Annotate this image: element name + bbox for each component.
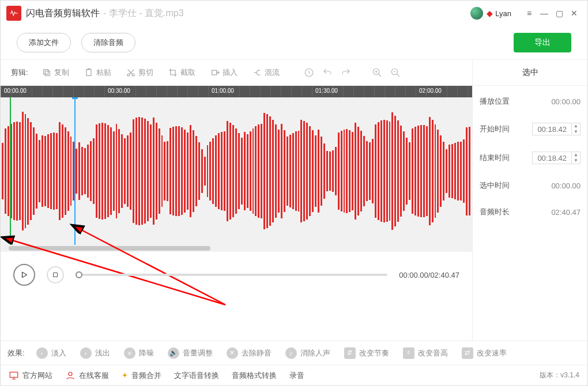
paste-button[interactable]: 粘贴	[80, 65, 116, 80]
pitch-icon: ♯	[403, 347, 414, 359]
version-label: 版本：v3.1.4	[540, 370, 579, 380]
fade-out-icon: ›	[80, 347, 92, 359]
selection-start-marker[interactable]	[10, 97, 11, 245]
export-button[interactable]: 导出	[514, 33, 571, 52]
ruler-tick: 01:00.00	[212, 88, 234, 94]
footer: 官方网站 在线客服 ✦ 音频合并 文字语音转换 音频格式转换 录音 版本：v3.…	[1, 365, 587, 385]
insert-icon	[210, 68, 220, 77]
title-bar: 闪电音频剪辑软件 - 李学仕 - 直觉.mp3 ◆ Lyan ≡ — ▢ ✕	[1, 1, 587, 26]
add-file-button[interactable]: 添加文件	[17, 33, 71, 52]
zoom-out-button[interactable]	[389, 66, 402, 79]
support-link[interactable]: 在线客服	[65, 370, 109, 381]
time-ruler[interactable]: 00:00.00 00:30.00 01:00.00 01:30.00 02:0…	[1, 86, 472, 97]
svg-rect-2	[86, 70, 91, 76]
file-name: - 李学仕 - 直觉.mp3	[103, 7, 184, 20]
waveform[interactable]	[1, 97, 472, 245]
crop-button[interactable]: 截取	[164, 65, 200, 80]
spin-down-icon[interactable]: ▼	[572, 158, 580, 164]
effects-label: 效果:	[7, 348, 25, 358]
total-dur-label: 音频时长	[480, 207, 510, 217]
seek-slider[interactable]	[76, 274, 387, 276]
speed-icon: ⇄	[462, 347, 473, 359]
record-link[interactable]: 录音	[289, 370, 304, 381]
svg-rect-12	[10, 372, 18, 377]
svg-rect-1	[43, 70, 48, 74]
user-name[interactable]: Lyan	[495, 9, 511, 18]
support-icon	[65, 370, 76, 381]
sel-dur-label: 选中时间	[480, 180, 510, 191]
right-header: 选中	[473, 60, 587, 85]
pitch-button[interactable]: ♯改变音高	[398, 345, 453, 361]
waveform-scrollbar[interactable]	[1, 245, 472, 252]
ruler-tick: 00:00.00	[4, 88, 27, 94]
svg-rect-5	[212, 70, 216, 75]
clear-audio-button[interactable]: 清除音频	[81, 33, 135, 52]
svg-rect-0	[45, 71, 50, 75]
avatar[interactable]	[470, 7, 483, 20]
copy-button[interactable]: 复制	[37, 65, 74, 80]
mix-icon	[252, 68, 262, 77]
svg-rect-11	[54, 273, 58, 277]
stop-button[interactable]	[47, 266, 64, 283]
gem-icon: ◆	[487, 9, 493, 18]
spin-down-icon[interactable]: ▼	[572, 129, 580, 135]
maximize-button[interactable]: ▢	[552, 6, 567, 21]
time-display: 00:00.00/02:40.47	[399, 271, 459, 279]
sel-dur-value: 00:00.00	[551, 181, 581, 190]
app-window: 闪电音频剪辑软件 - 李学仕 - 直觉.mp3 ◆ Lyan ≡ — ▢ ✕ 添…	[0, 0, 588, 386]
history-button[interactable]	[303, 66, 315, 79]
undo-button[interactable]	[321, 66, 334, 79]
start-time-label: 开始时间	[480, 124, 510, 134]
ruler-tick: 02:00.00	[419, 88, 442, 94]
cut-button[interactable]: 剪切	[122, 65, 158, 80]
app-title: 闪电音频剪辑软件	[26, 7, 100, 20]
play-pos-label: 播放位置	[480, 96, 510, 107]
zoom-in-button[interactable]	[371, 66, 383, 79]
volume-button[interactable]: 🔊音量调整	[163, 345, 217, 361]
scissors-icon	[126, 68, 135, 77]
merge-link[interactable]: ✦ 音频合并	[122, 370, 161, 381]
toolbar-label: 剪辑:	[11, 67, 28, 78]
official-site-link[interactable]: 官方网站	[9, 370, 52, 381]
start-time-spinner[interactable]: 00:18.42 ▲▼	[532, 123, 581, 135]
end-time-spinner[interactable]: 00:18.42 ▲▼	[532, 152, 581, 164]
total-dur-value: 02:40.47	[551, 208, 581, 217]
tempo-icon: ⇵	[344, 347, 356, 359]
minimize-button[interactable]: —	[537, 6, 552, 21]
info-panel: 播放位置 00:00.00 开始时间 00:18.42 ▲▼ 结束时间 00:1…	[472, 86, 587, 340]
spin-up-icon[interactable]: ▲	[572, 123, 580, 129]
remove-vocal-button[interactable]: ♪消除人声	[281, 345, 335, 361]
effects-bar: 效果: ‹淡入 ›浅出 ≡降噪 🔊音量调整 ✕去除静音 ♪消除人声 ⇵改变节奏 …	[1, 340, 587, 365]
svg-point-13	[69, 372, 72, 376]
ruler-tick: 01:30.00	[315, 88, 338, 94]
mix-button[interactable]: 混流	[248, 65, 284, 80]
fade-in-icon: ‹	[36, 347, 48, 359]
vocal-icon: ♪	[285, 347, 297, 359]
merge-icon: ✦	[122, 371, 128, 380]
volume-icon: 🔊	[168, 347, 179, 359]
paste-icon	[84, 68, 93, 77]
tempo-button[interactable]: ⇵改变节奏	[340, 345, 394, 361]
insert-button[interactable]: 插入	[206, 65, 242, 80]
speed-button[interactable]: ⇄改变速率	[457, 345, 511, 361]
redo-button[interactable]	[340, 66, 352, 79]
tts-link[interactable]: 文字语音转换	[174, 370, 219, 381]
format-link[interactable]: 音频格式转换	[232, 370, 277, 381]
play-button[interactable]	[13, 264, 35, 286]
monitor-icon	[9, 370, 19, 381]
fade-out-button[interactable]: ›浅出	[76, 345, 115, 361]
app-logo-icon	[6, 6, 21, 21]
menu-button[interactable]: ≡	[522, 6, 537, 21]
playhead-marker[interactable]	[74, 97, 76, 245]
edit-toolbar: 剪辑: 复制 粘贴 剪切 截取 插入 混流	[1, 60, 472, 85]
end-time-label: 结束时间	[480, 153, 510, 163]
close-button[interactable]: ✕	[567, 6, 582, 21]
play-pos-value: 00:00.00	[551, 97, 581, 106]
fade-in-button[interactable]: ‹淡入	[32, 345, 71, 361]
trim-silence-button[interactable]: ✕去除静音	[222, 345, 276, 361]
ruler-tick: 00:30.00	[108, 88, 130, 94]
action-row: 添加文件 清除音频 导出	[1, 26, 587, 59]
denoise-button[interactable]: ≡降噪	[119, 345, 159, 361]
mute-icon: ✕	[227, 347, 238, 359]
spin-up-icon[interactable]: ▲	[572, 152, 580, 158]
